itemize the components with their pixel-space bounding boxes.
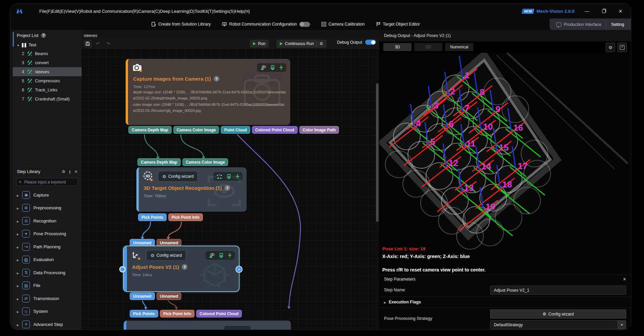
step-category[interactable]: ✦ Pose Processing — [13, 227, 82, 241]
double-chevron-down-icon[interactable] — [219, 253, 224, 258]
input-port[interactable]: Unnamed — [130, 239, 155, 247]
step-category[interactable]: ▤ File — [13, 279, 82, 292]
save-button[interactable] — [84, 40, 92, 48]
strategy-dropdown[interactable]: DefaultStrategy — [490, 320, 626, 329]
create-from-solution-library-button[interactable]: Create from Solution Library — [152, 22, 211, 27]
caret-right-icon[interactable] — [17, 322, 19, 327]
download-icon[interactable] — [279, 65, 283, 70]
project-row[interactable]: 3 convert — [13, 58, 82, 67]
config-wizard-button[interactable]: Config wizard — [490, 309, 626, 319]
target-object-editor-button[interactable]: Target Object Editor — [376, 22, 420, 27]
double-chevron-down-icon[interactable] — [270, 65, 275, 70]
canvas-scrollbar[interactable] — [376, 83, 379, 222]
output-port[interactable]: Camera Depth Map — [128, 126, 172, 134]
project-row[interactable]: 6 Track_Links — [13, 85, 82, 94]
pose-3d-viewport[interactable]: 12345678910111213141516171819 Pose List … — [379, 53, 631, 275]
node-partial[interactable] — [124, 321, 291, 330]
menu-item[interactable]: Deep Learning(D) — [160, 9, 195, 14]
menu-item[interactable]: Robot and Communication(R) — [81, 9, 138, 14]
search-input[interactable] — [24, 179, 75, 185]
output-port[interactable]: Pick Point Info — [168, 213, 203, 221]
node-capture-images[interactable]: ★ Capture Images from Camera (1) Time: 1… — [126, 59, 290, 125]
config-wizard-button[interactable] — [224, 325, 251, 330]
step-category[interactable]: ◉ Capture — [13, 188, 82, 202]
close-icon[interactable] — [74, 169, 78, 174]
help-icon[interactable] — [182, 264, 187, 270]
step-category[interactable]: ◇ System — [13, 305, 82, 318]
project-row[interactable]: 7 Crankshaft (Small) — [13, 94, 82, 103]
output-port[interactable]: Color Image Path — [299, 126, 339, 134]
step-category[interactable]: ◎ Recognition — [13, 214, 82, 227]
visualization-icon[interactable] — [209, 253, 215, 258]
caret-right-icon[interactable] — [17, 244, 19, 249]
redo-button[interactable]: ↷ — [104, 40, 112, 48]
step-category[interactable]: ⚙ Preprocessing — [13, 202, 82, 215]
caret-down-icon[interactable] — [17, 43, 19, 47]
node-left-connector[interactable] — [119, 266, 126, 272]
step-library-settings-icon[interactable] — [62, 169, 66, 174]
continuous-run-button[interactable]: Continuous Run — [276, 40, 327, 48]
input-port[interactable]: Pick Point Info — [160, 310, 195, 318]
project-row[interactable]: 4 sleeves — [13, 67, 82, 76]
caret-right-icon[interactable] — [17, 218, 19, 223]
close-icon[interactable] — [623, 277, 626, 282]
output-port[interactable]: Unnamed — [157, 292, 182, 300]
run-settings-icon[interactable] — [319, 41, 323, 46]
output-port[interactable]: Pick Points — [138, 213, 167, 221]
output-port[interactable]: Unnamed — [130, 292, 155, 300]
run-button[interactable]: Run — [250, 40, 269, 48]
menu-item[interactable]: Edit(E) — [52, 9, 66, 14]
input-port[interactable]: Unnamed — [157, 239, 182, 247]
robot-comm-toggle[interactable] — [299, 22, 310, 27]
input-port[interactable]: Camera Color Image — [182, 158, 228, 166]
maximize-button[interactable] — [599, 7, 608, 15]
help-icon[interactable] — [41, 33, 46, 38]
menu-item[interactable]: Settings(S) — [213, 9, 235, 14]
caret-right-icon[interactable] — [17, 205, 19, 210]
execution-flags-row[interactable]: Execution Flags — [379, 297, 631, 308]
output-port[interactable]: Point Cloud — [221, 126, 250, 134]
debug-tab[interactable]: Numerical — [445, 43, 473, 51]
help-icon[interactable] — [214, 76, 219, 82]
node-3d-target-object-recognition[interactable]: 3D ★ Config wizard 3D Target Object Reco… — [136, 167, 247, 212]
caret-right-icon[interactable] — [384, 300, 386, 304]
menu-item[interactable]: File(F) — [39, 9, 52, 14]
node-right-connector[interactable] — [235, 266, 243, 273]
menu-item[interactable]: Help(H) — [235, 9, 250, 14]
close-button[interactable] — [616, 7, 625, 15]
input-port[interactable]: Colored Point Cloud — [196, 310, 242, 318]
node-adjust-poses-v2[interactable]: ★ Config wizard Adjust Poses V2 (1) — [124, 246, 239, 291]
caret-right-icon[interactable] — [17, 231, 19, 236]
step-library-search[interactable] — [16, 178, 78, 186]
step-category[interactable]: ⇅ Data Processing — [13, 266, 82, 279]
caret-right-icon[interactable] — [17, 270, 19, 275]
input-port[interactable]: Pick Points — [130, 310, 158, 318]
debug-output-toggle[interactable] — [365, 40, 376, 45]
robot-communication-configuration[interactable]: Robot Communication Configuration — [222, 22, 310, 27]
camera-calibration-button[interactable]: Camera Calibration — [321, 22, 365, 27]
open-in-window-button[interactable] — [617, 43, 627, 52]
pin-icon[interactable] — [69, 169, 71, 174]
step-category[interactable]: ⇄ Transmission — [13, 292, 82, 305]
download-icon[interactable] — [228, 253, 232, 258]
output-port[interactable]: Colored Point Cloud — [252, 126, 298, 134]
step-name-input[interactable]: Adjust Poses V2_1 — [490, 286, 626, 295]
caret-right-icon[interactable] — [17, 283, 19, 288]
project-root[interactable]: Test — [13, 41, 82, 49]
setting-button[interactable]: Setting — [611, 22, 624, 27]
project-row[interactable]: 2 Beams — [13, 49, 82, 58]
node-canvas[interactable]: ★ Capture Images from Camera (1) Time: 1… — [82, 50, 379, 330]
visualization-icon[interactable] — [260, 65, 266, 70]
output-port[interactable]: Camera Color Image — [173, 126, 219, 134]
caret-right-icon[interactable] — [17, 309, 19, 314]
input-port[interactable]: Camera Depth Map — [137, 158, 181, 166]
config-wizard-button[interactable]: Config wizard — [158, 171, 198, 182]
caret-right-icon[interactable] — [17, 296, 19, 301]
caret-right-icon[interactable] — [17, 193, 19, 198]
view-settings-button[interactable] — [606, 43, 615, 52]
project-row[interactable]: 5 Compressors — [13, 76, 82, 85]
step-category[interactable]: ↝ Path Planning — [13, 240, 82, 253]
step-category[interactable]: ▨ Evaluation — [13, 253, 82, 266]
minimize-button[interactable] — [583, 7, 591, 15]
config-wizard-button[interactable]: Config wizard — [146, 250, 186, 261]
